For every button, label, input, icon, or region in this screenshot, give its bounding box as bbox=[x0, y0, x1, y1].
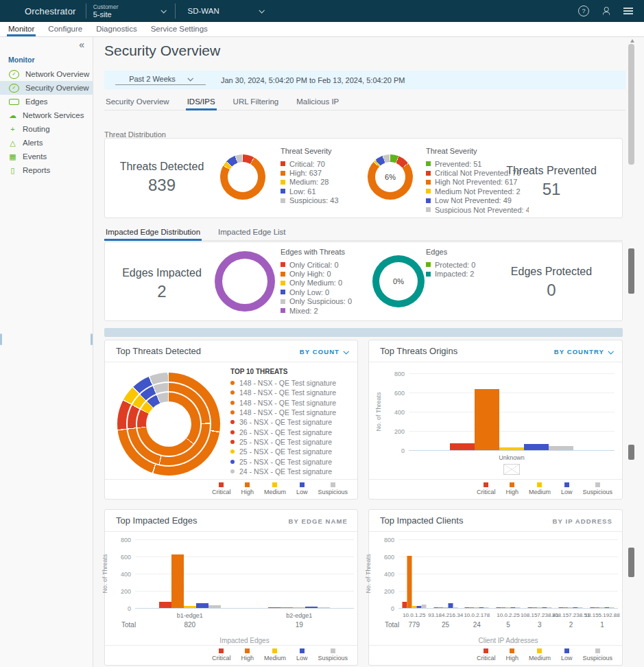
sidebar-item-alerts[interactable]: △Alerts bbox=[0, 136, 93, 150]
edge-device-icon bbox=[9, 99, 19, 105]
sidebar-item-edges[interactable]: Edges bbox=[0, 95, 93, 108]
legend-swatch bbox=[281, 281, 285, 285]
collapsed-section-header[interactable] bbox=[104, 328, 623, 337]
severity-legend-item: Critical bbox=[477, 648, 496, 662]
menu-icon[interactable] bbox=[623, 8, 633, 14]
chevron-down-icon bbox=[187, 75, 193, 81]
legend-swatch bbox=[331, 648, 335, 653]
bar-medium bbox=[600, 607, 605, 609]
bar-low bbox=[511, 607, 516, 609]
top-impacted-clients-card: Top Impacted Clients BY IP ADDRESS 80060… bbox=[368, 509, 623, 666]
sidebar-item-reports[interactable]: ▯Reports bbox=[0, 163, 93, 177]
x-category-label: 93.184.216.34 bbox=[428, 612, 463, 618]
bar-critical bbox=[450, 443, 475, 450]
sidebar-item-routing[interactable]: +Routing bbox=[0, 122, 93, 136]
scrollbar-thumb[interactable] bbox=[628, 44, 634, 165]
tab-malicious-ip[interactable]: Malicious IP bbox=[295, 95, 340, 110]
bar-low bbox=[605, 607, 610, 609]
nav-tab-service-settings[interactable]: Service Settings bbox=[150, 23, 209, 36]
legend-item: Suspicious Not Prevented: 43 bbox=[426, 205, 529, 214]
bar-high bbox=[171, 554, 184, 608]
total-value: 5 bbox=[506, 621, 510, 629]
product-selector[interactable]: SD-WAN bbox=[176, 7, 273, 15]
threats-prevented-donut: 6% bbox=[368, 154, 413, 200]
scrollbar-thumb[interactable] bbox=[628, 248, 634, 294]
impacted-clients-bar-chart: 8006004002000No. of Threats10.0.1.257799… bbox=[369, 510, 622, 665]
sidebar-collapse-icon[interactable]: « bbox=[79, 39, 84, 50]
sidebar-item-label: Network Services bbox=[23, 111, 84, 119]
severity-legend: CriticalHighMediumLowSuspicious bbox=[477, 482, 612, 495]
legend-swatch bbox=[245, 648, 250, 653]
nav-tab-monitor[interactable]: Monitor bbox=[7, 23, 36, 36]
x-category-label: 10.0.1.25 bbox=[403, 612, 425, 618]
total-value: 1 bbox=[600, 621, 604, 629]
tab-impacted-edge-distribution[interactable]: Impacted Edge Distribution bbox=[104, 225, 202, 240]
bar-high bbox=[501, 607, 506, 609]
x-category-label: Unknown bbox=[499, 454, 525, 461]
x-category-label: 10.0.2.25 bbox=[497, 612, 519, 618]
bar-suspicious bbox=[610, 607, 615, 609]
legend-swatch bbox=[484, 648, 488, 653]
y-axis-tick: 0 bbox=[377, 605, 394, 612]
legend-swatch bbox=[537, 482, 542, 487]
y-axis-tick: 600 bbox=[113, 554, 131, 561]
date-range-dropdown[interactable]: Past 2 Weeks bbox=[115, 75, 206, 85]
legend-item: Only Low: 0 bbox=[281, 288, 352, 296]
tab-url-filtering[interactable]: URL Filtering bbox=[232, 95, 281, 110]
sidebar-item-network-services[interactable]: ☁Network Services bbox=[0, 108, 93, 122]
legend-swatch bbox=[272, 482, 277, 487]
sidebar-section-label: Monitor bbox=[8, 56, 35, 64]
sidebar-item-network-overview[interactable]: ✓Network Overview bbox=[0, 67, 93, 81]
legend-dot bbox=[230, 469, 235, 473]
y-axis-tick: 400 bbox=[377, 571, 394, 578]
scrollbar-thumb[interactable] bbox=[628, 548, 634, 577]
y-axis-label: No. of Threats bbox=[102, 554, 108, 594]
bar-critical bbox=[591, 607, 595, 609]
alert-triangle-icon: △ bbox=[8, 139, 17, 148]
y-axis-tick: 0 bbox=[113, 605, 131, 612]
severity-legend-item: Suspicious bbox=[318, 482, 348, 495]
legend-dot bbox=[230, 420, 235, 424]
legend-swatch bbox=[510, 648, 514, 653]
sidebar-item-security-overview[interactable]: ✓Security Overview bbox=[0, 81, 93, 95]
bar-high bbox=[532, 607, 537, 609]
panel-resize-handle[interactable] bbox=[0, 334, 2, 345]
tab-security-overview[interactable]: Security Overview bbox=[104, 95, 171, 110]
nav-tab-diagnostics[interactable]: Diagnostics bbox=[95, 23, 138, 36]
scrollbar-up-arrow[interactable] bbox=[630, 39, 634, 43]
edges-legend: Edges Protected: 0Impacted: 2 bbox=[426, 248, 475, 279]
edges-protected-stat: Edges Protected 0 bbox=[497, 266, 606, 300]
user-icon[interactable] bbox=[602, 7, 610, 15]
bar-suspicious bbox=[484, 607, 489, 609]
nav-tab-configure[interactable]: Configure bbox=[47, 23, 84, 36]
sidebar-item-events[interactable]: ▦Events bbox=[0, 150, 93, 163]
by-count-dropdown[interactable]: BY COUNT bbox=[300, 348, 348, 355]
bar-medium bbox=[184, 606, 196, 608]
customer-label: Customer bbox=[93, 4, 119, 10]
legend-swatch bbox=[426, 180, 431, 185]
help-icon[interactable]: ? bbox=[578, 5, 589, 16]
tab-impacted-edge-list[interactable]: Impacted Edge List bbox=[217, 225, 287, 240]
bar-low bbox=[573, 607, 578, 609]
customer-selector[interactable]: Customer 5-site bbox=[86, 4, 175, 19]
app-title: Orchestrator bbox=[25, 6, 76, 16]
severity-legend-item: Low bbox=[296, 482, 308, 495]
panel-resize-handle[interactable] bbox=[91, 334, 93, 345]
bar-group bbox=[591, 539, 615, 608]
edges-with-threats-legend: Edges with Threats Only Critical: 0Only … bbox=[281, 248, 352, 315]
scrollbar-thumb[interactable] bbox=[628, 445, 634, 460]
threats-prevented-value: 51 bbox=[497, 180, 606, 199]
sidebar-item-label: Alerts bbox=[23, 139, 43, 147]
bar-critical bbox=[433, 607, 438, 609]
cloud-services-icon: ☁ bbox=[8, 111, 17, 120]
bar-group bbox=[402, 539, 426, 608]
legend-swatch bbox=[281, 272, 285, 277]
severity-legend-item: Critical bbox=[212, 482, 231, 495]
x-category-label: b2-edge1 bbox=[286, 612, 312, 619]
tab-ids-ips[interactable]: IDS/IPS bbox=[186, 95, 217, 110]
severity-legend-item: Critical bbox=[477, 482, 496, 495]
legend-dot bbox=[230, 390, 235, 395]
gauge-check-icon: ✓ bbox=[9, 70, 19, 79]
sidebar-item-label: Reports bbox=[23, 166, 50, 174]
y-axis-tick: 800 bbox=[113, 537, 131, 543]
